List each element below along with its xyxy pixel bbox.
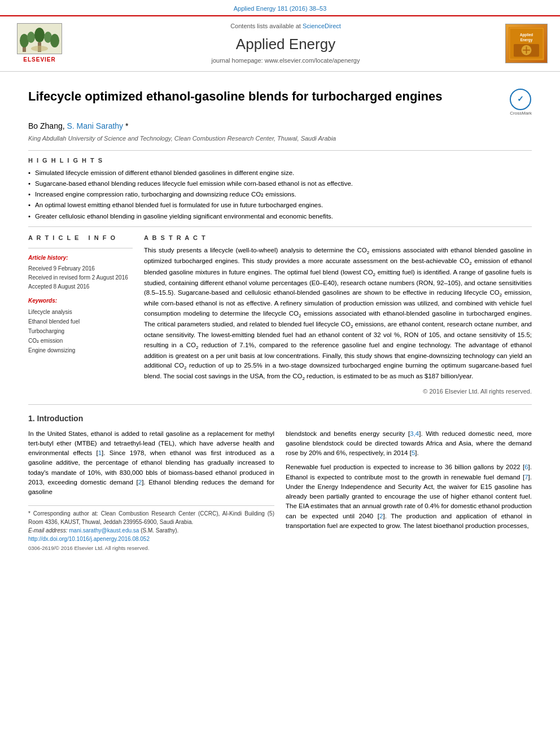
journal-header: ELSEVIER Contents lists available at Sci…	[0, 15, 560, 71]
email-link[interactable]: mani.sarathy@kaust.edu.sa	[69, 527, 139, 534]
abstract-section: A B S T R A C T This study presents a li…	[144, 234, 532, 396]
doi-line[interactable]: http://dx.doi.org/10.1016/j.apenergy.201…	[28, 535, 274, 543]
article-body: Lifecycle optimized ethanol-gasoline ble…	[0, 72, 560, 561]
history-label: Article history:	[28, 254, 133, 262]
affiliation: King Abdullah University of Science and …	[28, 134, 532, 143]
crossmark-label: CrossMark	[510, 110, 532, 116]
intro-col-left: In the United States, ethanol is added t…	[28, 429, 274, 553]
abstract-label: A B S T R A C T	[144, 234, 532, 242]
highlight-item: Sugarcane-based ethanol blending reduces…	[28, 179, 532, 188]
info-abstract-area: A R T I C L E I N F O Article history: R…	[28, 234, 532, 396]
highlight-item: Greater cellulosic ethanol blending in g…	[28, 212, 532, 221]
intro-col-right: blendstock and benefits energy security …	[286, 429, 532, 553]
footnote-area: * Corresponding author at: Clean Combust…	[28, 505, 274, 552]
intro-para-right-2: Renewable fuel production is expected to…	[286, 462, 532, 531]
footnote-email: E-mail address: mani.sarathy@kaust.edu.s…	[28, 526, 274, 535]
svg-point-7	[31, 46, 48, 51]
abstract-text: This study presents a lifecycle (well-to…	[144, 246, 532, 383]
highlights-list: Simulated lifecycle emission of differen…	[28, 168, 532, 220]
abstract-copyright: © 2016 Elsevier Ltd. All rights reserved…	[144, 387, 532, 396]
author-zhang: Bo Zhang,	[28, 121, 67, 130]
journal-title: Applied Energy	[71, 34, 501, 54]
introduction-section: 1. Introduction In the United States, et…	[28, 413, 532, 553]
divider-2	[28, 226, 532, 227]
keywords-list: Lifecycle analysis Ethanol blended fuel …	[28, 307, 133, 355]
svg-text:Applied: Applied	[519, 33, 532, 37]
divider-info	[28, 248, 133, 248]
copyright-footer: 0306-2619/© 2016 Elsevier Ltd. All right…	[28, 544, 274, 552]
svg-point-3	[34, 28, 45, 42]
elsevier-logo-area: ELSEVIER	[8, 23, 71, 64]
journal-logo-right: Applied Energy	[501, 24, 552, 63]
journal-top-bar: Applied Energy 181 (2016) 38–53	[0, 0, 560, 15]
applied-energy-badge: Applied Energy	[505, 24, 548, 63]
page-wrapper: Applied Energy 181 (2016) 38–53	[0, 0, 560, 747]
highlight-item: Simulated lifecycle emission of differen…	[28, 168, 532, 177]
contents-line: Contents lists available at ScienceDirec…	[71, 22, 501, 30]
divider-intro	[28, 404, 532, 405]
authors: Bo Zhang, S. Mani Sarathy *	[28, 121, 532, 132]
elsevier-logo: ELSEVIER	[8, 23, 71, 64]
article-info: A R T I C L E I N F O Article history: R…	[28, 234, 133, 396]
article-info-label: A R T I C L E I N F O	[28, 234, 133, 242]
keywords-label: Keywords:	[28, 297, 133, 305]
svg-point-2	[27, 32, 35, 43]
author-sarathy[interactable]: S. Mani Sarathy	[67, 121, 124, 130]
svg-text:Energy: Energy	[520, 38, 532, 42]
highlights-label: H I G H L I G H T S	[28, 156, 532, 165]
highlight-item: An optimal lowest emitting ethanol blend…	[28, 200, 532, 209]
journal-homepage: journal homepage: www.elsevier.com/locat…	[71, 56, 501, 65]
highlight-item: Increased engine compression ratio, turb…	[28, 190, 532, 199]
intro-para-1: In the United States, ethanol is added t…	[28, 429, 274, 497]
elsevier-wordmark: ELSEVIER	[23, 56, 55, 64]
footnote-corresponding: * Corresponding author at: Clean Combust…	[28, 509, 274, 526]
journal-center: Contents lists available at ScienceDirec…	[71, 22, 501, 65]
crossmark-badge[interactable]: ✓	[510, 89, 531, 110]
article-dates: Received 9 February 2016 Received in rev…	[28, 264, 133, 291]
highlights-section: H I G H L I G H T S Simulated lifecycle …	[28, 156, 532, 221]
sciencedirect-link[interactable]: ScienceDirect	[303, 23, 341, 29]
divider-1	[28, 150, 532, 151]
title-area: Lifecycle optimized ethanol-gasoline ble…	[28, 89, 532, 116]
svg-point-5	[50, 34, 59, 47]
intro-text-cols: In the United States, ethanol is added t…	[28, 429, 532, 553]
journal-reference: Applied Energy 181 (2016) 38–53	[234, 5, 327, 12]
crossmark-area: ✓ CrossMark	[510, 89, 532, 116]
intro-para-right-1: blendstock and benefits energy security …	[286, 429, 532, 458]
elsevier-tree-image	[17, 23, 62, 54]
article-title: Lifecycle optimized ethanol-gasoline ble…	[28, 89, 510, 105]
intro-heading: 1. Introduction	[28, 413, 532, 425]
